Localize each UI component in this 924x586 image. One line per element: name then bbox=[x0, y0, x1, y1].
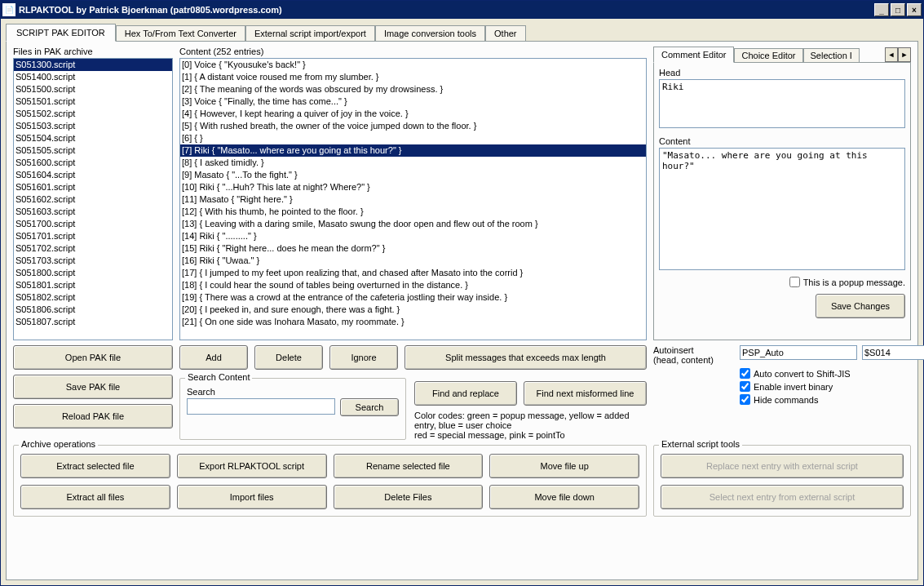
entry-item[interactable]: [15] Riki { "Right here... does he mean … bbox=[180, 242, 646, 255]
entry-item[interactable]: [14] Riki { "........." } bbox=[180, 230, 646, 242]
file-item[interactable]: S051503.script bbox=[14, 120, 172, 132]
tab-scroll-right-icon[interactable]: ► bbox=[898, 47, 911, 62]
content-listbox[interactable]: [0] Voice { "Kyousuke's back!" }[1] { A … bbox=[179, 58, 647, 340]
ignore-button[interactable]: Ignore bbox=[329, 345, 398, 370]
file-item[interactable]: S051800.script bbox=[14, 267, 172, 279]
entry-item[interactable]: [13] { Leaving with a daring smile, Masa… bbox=[180, 218, 646, 230]
entry-item[interactable]: [18] { I could hear the sound of tables … bbox=[180, 279, 646, 291]
save-pak-button[interactable]: Save PAK file bbox=[13, 375, 173, 399]
entry-item[interactable]: [4] { However, I kept hearing a quiver o… bbox=[180, 108, 646, 120]
titlebar: 📄 RLPAKTOOL by Patrick Bjoerkman (patr08… bbox=[1, 1, 923, 19]
entry-item[interactable]: [1] { A distant voice roused me from my … bbox=[180, 71, 646, 83]
file-item[interactable]: S051802.script bbox=[14, 291, 172, 304]
popup-checkbox[interactable]: This is a popup message. bbox=[789, 277, 905, 287]
entry-item[interactable]: [16] Riki { "Uwaa." } bbox=[180, 255, 646, 267]
tab-comment-editor[interactable]: Comment Editor bbox=[653, 47, 734, 63]
entry-item[interactable]: [9] Masato { "...To the fight." } bbox=[180, 169, 646, 181]
file-item[interactable]: S051504.script bbox=[14, 132, 172, 144]
save-changes-button[interactable]: Save Changes bbox=[816, 294, 905, 318]
close-button[interactable]: × bbox=[907, 3, 922, 16]
entry-item[interactable]: [3] Voice { "Finally, the time has come.… bbox=[180, 95, 646, 108]
entry-item[interactable]: [0] Voice { "Kyousuke's back!" } bbox=[180, 59, 646, 71]
entry-item[interactable]: [8] { I asked timidly. } bbox=[180, 157, 646, 169]
reload-pak-button[interactable]: Reload PAK file bbox=[13, 404, 173, 428]
entry-item[interactable]: [20] { I peeked in, and sure enough, the… bbox=[180, 304, 646, 316]
file-item[interactable]: S051500.script bbox=[14, 83, 172, 95]
minimize-button[interactable]: _ bbox=[874, 3, 889, 16]
entry-item[interactable]: [6] { } bbox=[180, 132, 646, 144]
tab-scroll-left-icon[interactable]: ◄ bbox=[885, 47, 898, 62]
autoinsert-label-1: Autoinsert bbox=[653, 345, 735, 355]
file-item[interactable]: S051502.script bbox=[14, 108, 172, 120]
search-button[interactable]: Search bbox=[340, 398, 399, 416]
tab-choice-editor[interactable]: Choice Editor bbox=[734, 48, 802, 62]
file-item[interactable]: S051806.script bbox=[14, 304, 172, 316]
file-item[interactable]: S051603.script bbox=[14, 206, 172, 218]
search-group-legend: Search Content bbox=[185, 372, 252, 382]
open-pak-button[interactable]: Open PAK file bbox=[13, 345, 173, 370]
shiftjis-checkbox[interactable]: Auto convert to Shift-JIS bbox=[740, 368, 911, 379]
entry-item[interactable]: [5] { With rushed breath, the owner of t… bbox=[180, 120, 646, 132]
archive-group-legend: Archive operations bbox=[19, 439, 98, 449]
tab-hex-converter[interactable]: Hex To/From Text Converter bbox=[116, 25, 245, 41]
delete-files-button[interactable]: Delete Files bbox=[334, 485, 484, 509]
head-label: Head bbox=[659, 68, 905, 78]
rename-file-button[interactable]: Rename selected file bbox=[334, 454, 484, 478]
file-item[interactable]: S051505.script bbox=[14, 144, 172, 157]
file-item[interactable]: S051700.script bbox=[14, 218, 172, 230]
tab-selection[interactable]: Selection I bbox=[803, 48, 860, 62]
file-item[interactable]: S051602.script bbox=[14, 193, 172, 206]
extract-all-button[interactable]: Extract all files bbox=[20, 485, 170, 509]
entry-item[interactable]: [19] { There was a crowd at the entrance… bbox=[180, 291, 646, 304]
file-item[interactable]: S051400.script bbox=[14, 71, 172, 83]
entry-item[interactable]: [10] Riki { "...Huh? This late at night?… bbox=[180, 181, 646, 193]
import-files-button[interactable]: Import files bbox=[177, 485, 327, 509]
entry-item[interactable]: [2] { The meaning of the words was obscu… bbox=[180, 83, 646, 95]
tab-image-tools[interactable]: Image conversion tools bbox=[375, 25, 485, 41]
file-item[interactable]: S051300.script bbox=[14, 59, 172, 71]
move-down-button[interactable]: Move file down bbox=[489, 485, 639, 509]
extract-selected-button[interactable]: Extract selected file bbox=[20, 454, 170, 478]
color-help-2: red = special message, pink = pointTo bbox=[414, 430, 647, 440]
file-item[interactable]: S051801.script bbox=[14, 279, 172, 291]
entry-item[interactable]: [11] Masato { "Right here." } bbox=[180, 193, 646, 206]
find-replace-button[interactable]: Find and replace bbox=[414, 381, 517, 406]
entry-item[interactable]: [17] { I jumped to my feet upon realizin… bbox=[180, 267, 646, 279]
file-item[interactable]: S051604.script bbox=[14, 169, 172, 181]
file-item[interactable]: S051601.script bbox=[14, 181, 172, 193]
autoinsert-content-input[interactable] bbox=[862, 345, 924, 360]
move-up-button[interactable]: Move file up bbox=[489, 454, 639, 478]
autoinsert-head-input[interactable] bbox=[740, 345, 857, 360]
delete-button[interactable]: Delete bbox=[254, 345, 323, 370]
export-script-button[interactable]: Export RLPAKTOOL script bbox=[177, 454, 327, 478]
head-input[interactable] bbox=[659, 79, 905, 128]
file-item[interactable]: S051807.script bbox=[14, 316, 172, 328]
window-title: RLPAKTOOL by Patrick Bjoerkman (patr0805… bbox=[19, 5, 873, 15]
invert-binary-checkbox[interactable]: Enable invert binary bbox=[740, 381, 911, 392]
tab-other[interactable]: Other bbox=[485, 25, 526, 41]
split-messages-button[interactable]: Split messages that exceeds max length bbox=[405, 345, 647, 370]
find-misformed-button[interactable]: Find next misformed line bbox=[524, 381, 647, 406]
autoinsert-label-2: (head, content) bbox=[653, 355, 735, 365]
hide-commands-checkbox[interactable]: Hide commands bbox=[740, 394, 911, 405]
color-help-1: Color codes: green = popup message, yell… bbox=[414, 411, 647, 430]
content-input[interactable] bbox=[659, 148, 905, 270]
file-item[interactable]: S051702.script bbox=[14, 242, 172, 255]
search-label: Search bbox=[187, 387, 399, 397]
entry-item[interactable]: [21] { On one side was Inohara Masato, m… bbox=[180, 316, 646, 328]
file-item[interactable]: S051600.script bbox=[14, 157, 172, 169]
replace-external-button[interactable]: Replace next entry with external script bbox=[661, 454, 904, 478]
maximize-button[interactable]: □ bbox=[891, 3, 905, 16]
entry-item[interactable]: [12] { With his thumb, he pointed to the… bbox=[180, 206, 646, 218]
file-item[interactable]: S051501.script bbox=[14, 95, 172, 108]
file-item[interactable]: S051703.script bbox=[14, 255, 172, 267]
files-listbox[interactable]: S051300.scriptS051400.scriptS051500.scri… bbox=[13, 58, 173, 340]
entry-item[interactable]: [7] Riki { "Masato... where are you goin… bbox=[180, 144, 646, 157]
search-input[interactable] bbox=[187, 398, 335, 415]
select-external-button[interactable]: Select next entry from external script bbox=[661, 485, 904, 509]
file-item[interactable]: S051701.script bbox=[14, 230, 172, 242]
files-label: Files in PAK archive bbox=[13, 47, 173, 56]
tab-script-pak-editor[interactable]: SCRIPT PAK EDITOR bbox=[6, 24, 116, 42]
tab-external-script[interactable]: External script import/export bbox=[245, 25, 375, 41]
add-button[interactable]: Add bbox=[179, 345, 248, 370]
